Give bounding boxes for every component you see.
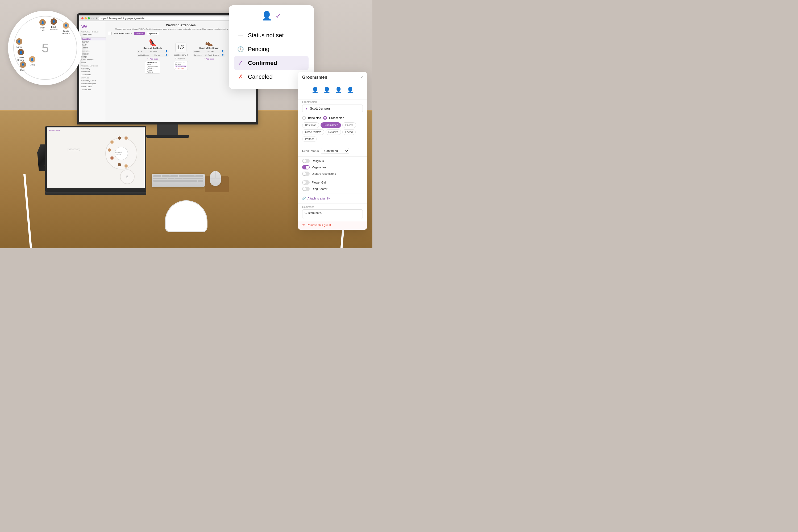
vegetarian-label: Vegetarian bbox=[312, 166, 326, 169]
dropdown-item-bridesmaid[interactable]: Bridesmaid bbox=[147, 62, 158, 63]
minimize-window-btn[interactable] bbox=[84, 17, 87, 19]
groomsmen-panel: Groomsmen × 👤 👤 👤 👤 Groomsmen ▼ Scott Je… bbox=[298, 72, 367, 230]
sidebar-link-event-itinerary[interactable]: Event Itinerary bbox=[79, 58, 106, 61]
moh-label: Maid of honor bbox=[138, 54, 149, 56]
name-dropdown[interactable]: ▼ Scott Jensen bbox=[302, 104, 363, 112]
groom-value: Mr. Tom bbox=[208, 51, 214, 52]
rsvp-item-not-set[interactable]: — Status not set bbox=[234, 28, 308, 42]
key bbox=[183, 178, 203, 179]
sidebar-link-overview[interactable]: Overview bbox=[79, 40, 106, 43]
role-dropdown[interactable]: Bridesmaid Parent Close relative Relativ… bbox=[145, 61, 160, 74]
avatar-greg: 👤 bbox=[28, 56, 36, 63]
laptop-project-header: Anna & Groom bbox=[49, 130, 142, 131]
laptop-table-name: Anna & Groom bbox=[115, 151, 128, 156]
groom-side-radio[interactable] bbox=[323, 116, 327, 120]
dietary-toggle[interactable] bbox=[302, 172, 310, 176]
role-dropdown-container: Bridesmaid Parent Close relative Relativ… bbox=[145, 61, 160, 74]
guest-name: Scott Jensen bbox=[310, 107, 330, 110]
sidebar-link-budget[interactable]: Budget bbox=[79, 55, 106, 58]
mouse-left-btn[interactable] bbox=[210, 171, 216, 178]
sidebar-link-reception-layout[interactable]: Reception Layout bbox=[79, 82, 106, 85]
sidebar-link-name-cards[interactable]: Name Cards bbox=[79, 85, 106, 88]
close-window-btn[interactable] bbox=[81, 17, 83, 19]
rsvp-not-set-label: Status not set bbox=[248, 32, 284, 39]
sidebar-link-notes[interactable]: Notes bbox=[79, 61, 106, 64]
bride-side-radio[interactable] bbox=[302, 116, 306, 120]
mouse-right-btn[interactable] bbox=[216, 171, 221, 178]
rsvp-item-confirmed[interactable]: ✓ Confirmed bbox=[234, 56, 308, 70]
religious-toggle[interactable] bbox=[302, 159, 310, 163]
project-label: WEDDING PROJECT bbox=[79, 31, 106, 34]
sidebar-link-table-cards[interactable]: Table Cards bbox=[79, 88, 106, 91]
dropdown-item-relative[interactable]: Relative bbox=[147, 67, 158, 69]
trash-icon: 🗑 bbox=[302, 224, 305, 227]
role-btn-relative[interactable]: Relative bbox=[326, 129, 341, 135]
sidebar-link-guest-list[interactable]: Guest List bbox=[79, 38, 106, 40]
bride-column: 👠 Guest of the Bride Bride Mr. Anna 👤 Ma… bbox=[137, 39, 169, 74]
dropdown-item-parent[interactable]: Parent bbox=[147, 63, 158, 65]
seat-person-spade-edwards: 👤 SpadeEdwards bbox=[61, 22, 71, 35]
bm-value: Mr. Scott Jensen bbox=[205, 54, 219, 56]
avatar-mamie-greene: 👤 bbox=[17, 49, 24, 56]
role-btn-parent[interactable]: Parent bbox=[342, 122, 356, 128]
role-btn-partner[interactable]: Partner bbox=[302, 136, 317, 142]
seat-person-elijah-ramirez: 👤 ElijahRamirez bbox=[48, 18, 60, 31]
mini-rsvp-canceled[interactable]: ✗ Canceled bbox=[175, 67, 187, 69]
sidebar-link-reception[interactable]: Reception bbox=[79, 70, 106, 73]
comment-textarea[interactable]: Custom note. bbox=[302, 209, 363, 219]
attach-family-btn[interactable]: 🔗 Attach to a family bbox=[298, 194, 367, 202]
religious-label: Religious bbox=[312, 159, 324, 163]
role-btn-best-man[interactable]: Best man bbox=[302, 122, 319, 128]
mini-rsvp-confirmed[interactable]: ✓ Confirmed bbox=[175, 65, 187, 67]
project-name: Anna & Tom bbox=[79, 34, 106, 38]
panel-title: Groomsmen bbox=[302, 75, 327, 80]
role-btn-close-relative[interactable]: Close relative bbox=[302, 129, 324, 135]
sidebar-link-rsvp[interactable]: RSVP bbox=[79, 43, 106, 46]
laptop-avatar-2 bbox=[118, 136, 121, 140]
mouse bbox=[210, 171, 221, 186]
role-btn-friend[interactable]: Friend bbox=[342, 129, 356, 135]
dropdown-item-close-relative[interactable]: Close relative bbox=[147, 65, 158, 67]
chair-back bbox=[165, 200, 208, 232]
nav-buttons[interactable]: ‹ › ↺ bbox=[92, 17, 97, 20]
dropdown-item-friend[interactable]: Friend bbox=[147, 69, 158, 71]
vegetarian-toggle[interactable] bbox=[302, 165, 310, 169]
sidebar-link-checklist[interactable]: Checklist bbox=[79, 52, 106, 55]
maid-of-honor-field: Maid of honor Ms. — 👤 bbox=[137, 54, 169, 57]
laptop-base bbox=[45, 192, 146, 195]
rsvp-item-pending[interactable]: 🕐 Pending bbox=[234, 42, 308, 56]
ring-bearer-toggle-row: Ring Bearer bbox=[298, 186, 367, 192]
tab-view-btn[interactable]: Tab view bbox=[134, 32, 145, 35]
key bbox=[198, 180, 203, 182]
laptop-avatar-4 bbox=[108, 148, 111, 152]
rsvp-item-canceled[interactable]: ✗ Canceled bbox=[234, 70, 308, 84]
rsvp-status-select[interactable]: Confirmed Pending Canceled Status not se… bbox=[321, 148, 349, 154]
divider-5 bbox=[298, 193, 367, 193]
sidebar-link-all-vendors[interactable]: All Vendors bbox=[79, 73, 106, 76]
sidebar-link-ceremony-layout[interactable]: Ceremony Layout bbox=[79, 79, 106, 82]
flower-girl-toggle[interactable] bbox=[302, 180, 310, 185]
keyboard-keys bbox=[152, 174, 205, 183]
keyboard-row-1 bbox=[153, 175, 203, 177]
divider-3 bbox=[298, 156, 367, 157]
add-guest-groom-btn[interactable]: +Add guest bbox=[204, 58, 214, 60]
bride-shoe-icon: 👠 bbox=[149, 39, 157, 46]
ring-bearer-toggle[interactable] bbox=[302, 187, 310, 191]
advanced-mode-toggle[interactable] bbox=[108, 32, 111, 35]
add-guest-bride-btn[interactable]: ++ Add guest bbox=[147, 58, 158, 60]
sidebar-link-ceremony[interactable]: Ceremony bbox=[79, 67, 106, 70]
bride-column-title: Guest of the Bride bbox=[144, 47, 162, 49]
divider-1 bbox=[298, 99, 367, 99]
center-ratio-column: 1/2 Wedding party 3 Total guests 1 Statu… bbox=[174, 39, 188, 74]
maximize-window-btn[interactable] bbox=[88, 17, 90, 19]
role-btn-groomsmen[interactable]: Groomsmen bbox=[321, 122, 341, 128]
sidebar-link-website[interactable]: Website bbox=[79, 46, 106, 49]
panel-close-btn[interactable]: × bbox=[360, 75, 363, 80]
laptop: Anna & Groom Dance Area Anna & Groom bbox=[45, 126, 146, 195]
dropdown-item-partner[interactable]: Partner bbox=[147, 71, 158, 73]
key bbox=[175, 178, 182, 179]
mini-rsvp-dropdown[interactable]: Status not set Pending ✓ Confirmed ✗ Can… bbox=[174, 61, 188, 70]
remove-guest-btn[interactable]: 🗑 Remove this guest bbox=[298, 221, 367, 230]
bride-field: Bride Mr. Anna 👤 bbox=[137, 50, 169, 53]
alphabetic-btn[interactable]: Alphabetic bbox=[147, 32, 159, 35]
